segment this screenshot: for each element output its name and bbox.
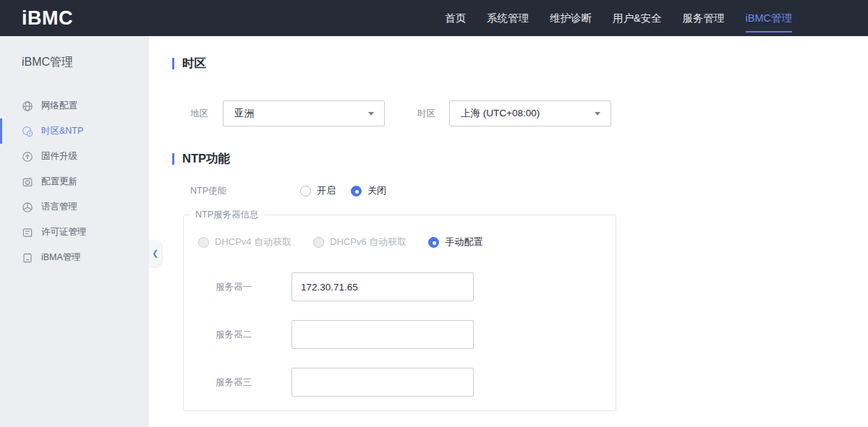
topbar: iBMC 首页 系统管理 维护诊断 用户&安全 服务管理 iBMC管理 [0, 0, 868, 36]
sidebar-collapse-button[interactable]: ❮ [149, 240, 161, 267]
sidebar-item-label: iBMA管理 [41, 251, 81, 264]
sidebar-item-label: 语言管理 [41, 201, 77, 213]
nav-maintenance-diagnostics[interactable]: 维护诊断 [550, 0, 592, 36]
server-three-label: 服务器三 [216, 376, 292, 389]
network-icon [22, 100, 33, 112]
dhcpv4-auto-radio[interactable]: DHCPv4 自动获取 [198, 236, 292, 249]
radio-circle-icon [351, 186, 362, 197]
config-update-icon [22, 176, 33, 188]
manual-config-radio[interactable]: 手动配置 [428, 236, 482, 249]
sidebar-menu: 网络配置 时区&NTP 固件升级 配置更新 [0, 93, 149, 270]
nav-service-management[interactable]: 服务管理 [683, 0, 725, 36]
timezone-section-title: 时区 [182, 56, 206, 72]
section-accent-bar [172, 58, 174, 69]
sidebar: iBMC管理 网络配置 时区&NTP 固件升级 [0, 36, 149, 427]
timezone-form-row: 地区 亚洲 时区 上海 (UTC+08:00) [190, 100, 868, 126]
ntp-server-info-legend: NTP服务器信息 [190, 209, 264, 221]
server-one-row: 服务器一 [216, 272, 616, 301]
dhcpv4-auto-label: DHCPv4 自动获取 [215, 236, 292, 249]
ntp-enable-row: NTP使能 开启 关闭 [190, 184, 868, 197]
sidebar-title: iBMC管理 [0, 36, 149, 70]
radio-circle-icon [300, 186, 311, 197]
radio-circle-icon [313, 237, 324, 248]
region-select-value: 亚洲 [234, 108, 254, 118]
sidebar-item-ibma-management[interactable]: iBMA管理 [0, 245, 149, 270]
radio-circle-icon [198, 237, 209, 248]
ibma-icon [22, 252, 33, 264]
server-three-input[interactable] [292, 368, 474, 397]
radio-circle-icon [428, 237, 439, 248]
sidebar-item-license-management[interactable]: 许可证管理 [0, 220, 149, 245]
license-icon [22, 227, 33, 238]
sidebar-item-label: 时区&NTP [41, 125, 83, 137]
server-two-label: 服务器二 [216, 329, 292, 341]
nav-ibmc-management[interactable]: iBMC管理 [746, 0, 792, 36]
sidebar-item-config-update[interactable]: 配置更新 [0, 169, 149, 194]
ntp-enable-on-radio[interactable]: 开启 [300, 184, 336, 197]
ntp-enable-off-label: 关闭 [367, 184, 386, 197]
timezone-select[interactable]: 上海 (UTC+08:00) [449, 100, 611, 126]
ntp-server-mode-row: DHCPv4 自动获取 DHCPv6 自动获取 手动配置 [198, 236, 616, 249]
ntp-enable-off-radio[interactable]: 关闭 [351, 184, 386, 197]
chevron-down-icon [368, 112, 374, 116]
server-two-row: 服务器二 [216, 320, 616, 349]
chevron-down-icon [595, 112, 600, 116]
sidebar-item-network-config[interactable]: 网络配置 [0, 93, 149, 118]
sidebar-item-language-management[interactable]: 语言管理 [0, 194, 149, 220]
language-icon [22, 202, 33, 213]
timezone-select-value: 上海 (UTC+08:00) [461, 108, 540, 118]
dhcpv6-auto-label: DHCPv6 自动获取 [330, 236, 407, 249]
ntp-enable-on-label: 开启 [317, 184, 336, 197]
sidebar-item-firmware-upgrade[interactable]: 固件升级 [0, 144, 149, 169]
ntp-enable-label: NTP使能 [190, 185, 300, 197]
sidebar-item-label: 许可证管理 [41, 226, 87, 238]
timezone-label: 时区 [417, 108, 449, 120]
top-navigation: 首页 系统管理 维护诊断 用户&安全 服务管理 iBMC管理 [445, 0, 792, 36]
server-three-row: 服务器三 [216, 368, 616, 397]
section-accent-bar [172, 153, 174, 165]
region-label: 地区 [190, 108, 223, 120]
nav-system-management[interactable]: 系统管理 [487, 0, 529, 36]
server-one-label: 服务器一 [216, 281, 292, 293]
sidebar-item-label: 网络配置 [41, 100, 77, 112]
manual-config-label: 手动配置 [445, 236, 482, 249]
main-content: ❮ 时区 地区 亚洲 时区 上海 (UTC+08:00) NTP功能 NTP使能 [149, 36, 868, 427]
server-one-input[interactable] [292, 272, 474, 301]
dhcpv6-auto-radio[interactable]: DHCPv6 自动获取 [313, 236, 407, 249]
ntp-section-title: NTP功能 [182, 151, 230, 167]
chevron-left-icon: ❮ [152, 249, 158, 258]
firmware-upgrade-icon [22, 151, 33, 163]
timezone-ntp-icon [22, 126, 33, 137]
timezone-section-header: 时区 [172, 56, 868, 72]
server-two-input[interactable] [292, 320, 474, 349]
sidebar-item-timezone-ntp[interactable]: 时区&NTP [0, 118, 149, 144]
ntp-server-info-box: NTP服务器信息 DHCPv4 自动获取 DHCPv6 自动获取 手动配置 服务… [183, 209, 616, 411]
ntp-section-header: NTP功能 [172, 151, 868, 167]
nav-user-security[interactable]: 用户&安全 [613, 0, 662, 36]
ibmc-logo: iBMC [22, 7, 73, 30]
region-select[interactable]: 亚洲 [223, 100, 385, 126]
sidebar-item-label: 配置更新 [41, 176, 77, 188]
nav-home[interactable]: 首页 [445, 0, 466, 36]
sidebar-item-label: 固件升级 [41, 150, 77, 163]
